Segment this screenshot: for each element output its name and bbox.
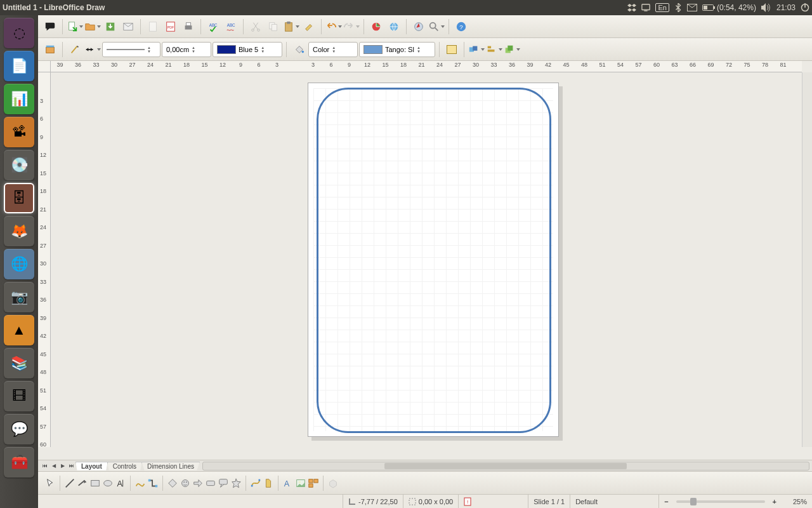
- status-slide[interactable]: Slide 1 / 1: [528, 495, 570, 508]
- edit-curves-tool[interactable]: [250, 478, 261, 489]
- extrusion-tool[interactable]: [327, 478, 339, 489]
- paint-bucket-button[interactable]: [291, 41, 307, 58]
- navigator-button[interactable]: [410, 18, 427, 35]
- gallery-tool[interactable]: [308, 478, 319, 489]
- alignment-button[interactable]: [486, 41, 502, 58]
- rounded-rectangle-shape[interactable]: [317, 88, 551, 433]
- launcher-vlc[interactable]: ▲: [4, 315, 34, 345]
- launcher-calc[interactable]: 📊: [4, 84, 34, 114]
- status-master[interactable]: Default: [570, 495, 659, 508]
- launcher-files[interactable]: 🗄: [4, 183, 34, 213]
- tab-first-icon[interactable]: ⏮: [41, 462, 49, 471]
- launcher-impress[interactable]: 📽: [4, 117, 34, 147]
- glue-points-tool[interactable]: [263, 478, 274, 489]
- line-width-combo[interactable]: 0,00cm ▲▼: [162, 42, 211, 57]
- layer-tab-dimension-lines[interactable]: Dimension Lines: [141, 462, 200, 471]
- zoom-slider[interactable]: [676, 500, 765, 503]
- hyperlink-button[interactable]: [386, 18, 402, 35]
- line-arrow-tool[interactable]: [77, 478, 88, 489]
- spellcheck-button[interactable]: ABC: [205, 18, 221, 35]
- svg-rect-47: [155, 485, 158, 487]
- vertical-ruler[interactable]: 3691215182124273033363942454851545760: [38, 72, 51, 447]
- show-gluepoints-button[interactable]: [42, 41, 58, 58]
- horizontal-ruler[interactable]: 3936333027242118151296336912151821242730…: [51, 61, 802, 72]
- fill-mode-combo[interactable]: Color ▲▼: [308, 42, 358, 57]
- edit-file-button[interactable]: [145, 18, 161, 35]
- display-icon[interactable]: [641, 3, 650, 12]
- ellipse-tool[interactable]: [102, 478, 114, 489]
- launcher-books[interactable]: 📚: [4, 348, 34, 378]
- tab-prev-icon[interactable]: ◀: [49, 462, 58, 471]
- layer-tab-layout[interactable]: Layout: [75, 462, 108, 471]
- launcher-writer[interactable]: 📄: [4, 51, 34, 81]
- launcher-camera[interactable]: 📷: [4, 282, 34, 312]
- fill-color-combo[interactable]: Tango: Sl ▲▼: [359, 42, 435, 57]
- undo-button[interactable]: [325, 18, 342, 35]
- horizontal-scrollbar[interactable]: [202, 462, 809, 471]
- symbol-shapes-tool[interactable]: [180, 478, 191, 489]
- libreoffice-draw-app: PDF ABC ABC ?: [38, 15, 812, 508]
- battery-label: (0:54, 42%): [717, 3, 756, 12]
- styles-effects-button[interactable]: [468, 41, 485, 58]
- chart-button[interactable]: [368, 18, 384, 35]
- launcher-media[interactable]: 🎞: [4, 381, 34, 411]
- clock[interactable]: 21:03: [776, 3, 796, 12]
- mail-icon[interactable]: [687, 4, 697, 11]
- page[interactable]: [308, 83, 559, 437]
- block-arrows-tool[interactable]: [192, 478, 204, 489]
- launcher-gimp[interactable]: 🦊: [4, 216, 34, 246]
- session-icon[interactable]: [801, 3, 809, 12]
- email-button[interactable]: [120, 18, 136, 35]
- line-color-combo[interactable]: Blue 5 ▲▼: [213, 42, 282, 57]
- from-file-tool[interactable]: [295, 478, 306, 489]
- launcher-pidgin[interactable]: 💬: [4, 414, 34, 444]
- vertical-scrollbar[interactable]: [802, 72, 812, 447]
- connector-tool[interactable]: [147, 478, 159, 489]
- print-button[interactable]: [180, 18, 197, 35]
- rectangle-tool[interactable]: [89, 478, 101, 489]
- zoom-button[interactable]: [428, 18, 445, 35]
- basic-shapes-tool[interactable]: [167, 478, 178, 489]
- arrow-style-button[interactable]: [84, 41, 101, 58]
- help-button[interactable]: ?: [453, 18, 469, 35]
- open-button[interactable]: [84, 18, 101, 35]
- line-tool[interactable]: [64, 478, 75, 489]
- format-paintbrush-button[interactable]: [301, 18, 317, 35]
- export-pdf-button[interactable]: PDF: [162, 18, 179, 35]
- save-button[interactable]: [102, 18, 119, 35]
- new-doc-button[interactable]: [67, 18, 83, 35]
- status-zoom[interactable]: − + 25%: [659, 495, 812, 508]
- fontwork-tool[interactable]: A: [282, 478, 294, 489]
- callouts-tool[interactable]: [218, 478, 229, 489]
- launcher-dash[interactable]: ◌: [4, 18, 34, 48]
- text-tool[interactable]: A: [115, 478, 126, 489]
- select-tool[interactable]: [44, 478, 56, 489]
- tab-last-icon[interactable]: ⏭: [67, 462, 76, 471]
- line-style-combo[interactable]: ▲▼: [102, 42, 160, 57]
- paste-button[interactable]: [283, 18, 299, 35]
- launcher-store[interactable]: 🧰: [4, 447, 34, 478]
- tab-next-icon[interactable]: ▶: [58, 462, 67, 471]
- curve-tool[interactable]: [134, 478, 146, 489]
- flowchart-tool[interactable]: [205, 478, 216, 489]
- launcher-chromium[interactable]: 🌐: [4, 249, 34, 279]
- arrange-button[interactable]: [504, 41, 520, 58]
- svg-text:!: !: [467, 499, 468, 505]
- launcher-disk[interactable]: 💽: [4, 150, 34, 180]
- keyboard-layout-indicator[interactable]: En: [655, 3, 669, 12]
- battery-indicator[interactable]: (0:54, 42%): [702, 3, 756, 12]
- status-signature[interactable]: !: [459, 495, 528, 508]
- layer-tab-controls[interactable]: Controls: [107, 462, 142, 471]
- edit-points-button[interactable]: [67, 41, 83, 58]
- bluetooth-icon[interactable]: [674, 3, 682, 12]
- redo-button[interactable]: [343, 18, 360, 35]
- stars-tool[interactable]: [230, 478, 242, 489]
- cut-button[interactable]: [247, 18, 264, 35]
- area-dialog-button[interactable]: [443, 41, 460, 58]
- new-chat-icon[interactable]: [42, 18, 58, 35]
- dropbox-icon[interactable]: [627, 3, 636, 12]
- copy-button[interactable]: [265, 18, 282, 35]
- auto-spellcheck-button[interactable]: ABC: [223, 18, 239, 35]
- volume-icon[interactable]: [761, 3, 771, 12]
- drawing-canvas[interactable]: [51, 72, 802, 447]
